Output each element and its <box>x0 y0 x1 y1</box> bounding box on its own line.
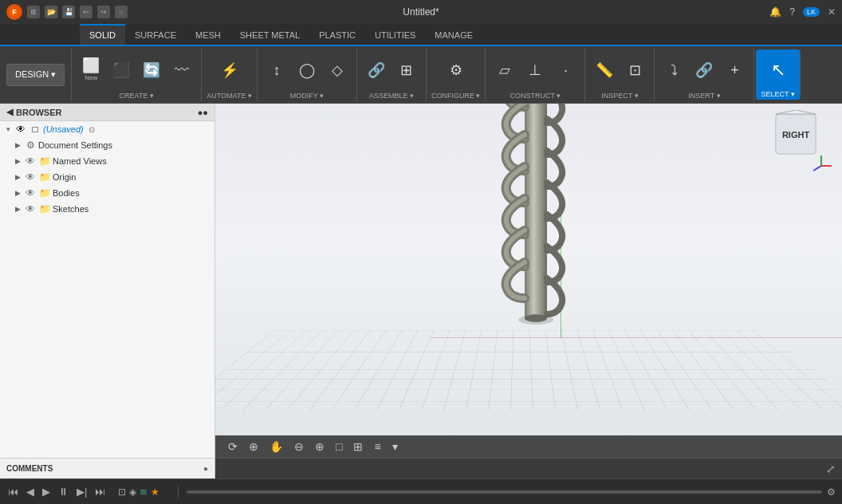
home-nav-icon[interactable]: ⌂ <box>115 6 128 18</box>
tab-surface[interactable]: SURFACE <box>125 24 186 45</box>
timeline-icon-4[interactable]: ★ <box>151 486 159 498</box>
redo-icon[interactable]: ↪ <box>97 6 110 18</box>
timeline-end-btn[interactable]: ⏭ <box>93 484 107 499</box>
orbit-btn[interactable]: ⟳ <box>225 439 241 455</box>
tab-sheet-metal[interactable]: SHEET METAL <box>230 24 309 45</box>
browser-label: BROWSER <box>16 108 61 117</box>
configure-label[interactable]: CONFIGURE ▾ <box>431 90 481 100</box>
named-views-expand[interactable]: ▶ <box>13 156 22 166</box>
timeline-track[interactable] <box>187 490 822 494</box>
design-dropdown[interactable]: DESIGN ▾ <box>6 64 65 86</box>
root-visibility-icon[interactable]: 👁 <box>14 123 27 136</box>
grid-lines <box>215 330 842 410</box>
timeline-next-btn[interactable]: ▶| <box>75 484 89 499</box>
view-cube[interactable]: RIGHT <box>772 110 836 174</box>
viewport-3d[interactable]: RIGHT ⟳ ⊕ ✋ ⊖ ⊕ □ ⊞ ≡ ▾ <box>215 104 842 458</box>
tab-plastic[interactable]: PLASTIC <box>309 24 365 45</box>
modify-label[interactable]: MODIFY ▾ <box>290 90 324 100</box>
app-logo: F <box>6 4 22 20</box>
help-icon[interactable]: ? <box>789 6 795 18</box>
plane-btn[interactable]: ▱ <box>490 61 519 80</box>
comments-panel: COMMENTS ● <box>0 458 215 478</box>
timeline-play-btn[interactable]: ▶ <box>41 484 52 499</box>
construct-label[interactable]: CONSTRUCT ▾ <box>510 90 561 100</box>
timeline-stop-btn[interactable]: ⏸ <box>57 484 70 499</box>
measure-btn[interactable]: 📏 <box>590 61 619 80</box>
tab-mesh[interactable]: MESH <box>186 24 230 45</box>
insert-canvas-btn[interactable]: + <box>720 61 749 80</box>
tab-manage[interactable]: MANAGE <box>425 24 482 45</box>
undo-icon[interactable]: ↩ <box>80 6 92 18</box>
tree-item-sketches[interactable]: ▶ 👁 📁 Sketches <box>0 201 214 217</box>
timeline-icon-2[interactable]: ◈ <box>129 486 136 498</box>
open-file-icon[interactable]: 📂 <box>45 6 57 18</box>
timeline-icon-3[interactable]: ≋ <box>140 486 148 498</box>
tree-item-bodies[interactable]: ▶ 👁 📁 Bodies <box>0 185 214 201</box>
zoom-out-btn[interactable]: ⊖ <box>291 439 307 455</box>
fillet-btn[interactable]: ◯ <box>293 61 321 80</box>
group-assemble: 🔗 ⊞ ASSEMBLE ▾ <box>357 48 427 101</box>
joint-icon: 🔗 <box>368 63 385 77</box>
select-label[interactable]: SELECT ▾ <box>761 89 794 98</box>
main-area: ◀ BROWSER ●● ▾ 👁 □ (Unsaved) ⊙ ▶ ⚙ Docum… <box>0 104 842 458</box>
insert-label[interactable]: INSERT ▾ <box>688 90 720 100</box>
options-icon[interactable]: ⊙ <box>89 125 95 134</box>
origin-expand[interactable]: ▶ <box>13 172 22 182</box>
create-tools: ⬜ New ⬛ 🔄 〰 <box>77 49 196 90</box>
section-btn[interactable]: ⊡ <box>620 61 649 80</box>
timeline-icons-left: ⊡ ◈ ≋ ★ <box>115 486 179 498</box>
create-label[interactable]: CREATE ▾ <box>120 90 154 100</box>
rigid-group-btn[interactable]: ⊞ <box>392 61 421 80</box>
section-icon: ⊡ <box>629 63 641 77</box>
expand-icon[interactable]: ⤢ <box>826 463 836 475</box>
tree-item-origin[interactable]: ▶ 👁 📁 Origin <box>0 169 214 185</box>
new-component-btn[interactable]: ⬜ New <box>77 56 105 84</box>
root-expand-icon[interactable]: ▾ <box>3 124 13 134</box>
inspect-label[interactable]: INSPECT ▾ <box>601 90 638 100</box>
doc-settings-expand[interactable]: ▶ <box>13 140 22 150</box>
notification-icon[interactable]: 🔔 <box>769 6 781 18</box>
insert-derive-icon: ⤵ <box>671 63 678 77</box>
tree-root-item[interactable]: ▾ 👁 □ (Unsaved) ⊙ <box>0 121 214 137</box>
assemble-label[interactable]: ASSEMBLE ▾ <box>369 90 414 100</box>
insert-link-btn[interactable]: 🔗 <box>690 61 718 80</box>
pan-btn[interactable]: ✋ <box>266 439 286 455</box>
tab-utilities[interactable]: UTILITIES <box>365 24 425 45</box>
tree-item-named-views[interactable]: ▶ 👁 📁 Named Views <box>0 153 214 169</box>
zoom-in-btn[interactable]: ⊕ <box>312 439 328 455</box>
sweep-btn[interactable]: 〰 <box>167 61 196 80</box>
timeline-prev-btn[interactable]: ◀ <box>25 484 36 499</box>
automate-btn[interactable]: ⚡ <box>215 61 244 80</box>
display-btn[interactable]: ≡ <box>371 439 384 455</box>
axis-btn[interactable]: ⊥ <box>521 61 549 80</box>
collapse-sidebar-btn[interactable]: ◀ <box>6 107 13 117</box>
insert-derive-btn[interactable]: ⤵ <box>659 61 688 80</box>
comments-close-icon[interactable]: ● <box>203 464 208 473</box>
view-grid-btn[interactable]: ⊞ <box>350 439 366 455</box>
automate-label[interactable]: AUTOMATE ▾ <box>207 90 252 100</box>
timeline-icon-1[interactable]: ⊡ <box>118 486 126 498</box>
look-at-btn[interactable]: ⊕ <box>246 439 262 455</box>
sketches-expand[interactable]: ▶ <box>13 204 22 214</box>
configure-btn[interactable]: ⚙ <box>442 61 470 80</box>
sidebar-browser: ◀ BROWSER ●● ▾ 👁 □ (Unsaved) ⊙ ▶ ⚙ Docum… <box>0 104 215 458</box>
timeline-start-btn[interactable]: ⏮ <box>6 484 20 499</box>
select-btn[interactable]: ↖ <box>764 59 793 81</box>
zoom-fit-btn[interactable]: □ <box>332 439 345 455</box>
press-pull-btn[interactable]: ↕ <box>262 61 291 80</box>
sidebar-options-icon[interactable]: ●● <box>198 108 208 117</box>
new-file-icon[interactable]: 🗎 <box>27 6 40 18</box>
joint-btn[interactable]: 🔗 <box>362 61 391 80</box>
save-icon[interactable]: 💾 <box>62 6 75 18</box>
tab-solid[interactable]: SOLID <box>80 24 125 45</box>
bodies-expand[interactable]: ▶ <box>13 188 22 198</box>
close-btn[interactable]: ✕ <box>828 6 836 18</box>
tree-item-doc-settings[interactable]: ▶ ⚙ Document Settings <box>0 137 214 153</box>
settings-icon[interactable]: ⚙ <box>827 486 836 498</box>
more-display-btn[interactable]: ▾ <box>389 439 401 455</box>
point-btn[interactable]: · <box>551 61 580 80</box>
extrude-btn[interactable]: ⬛ <box>107 61 136 80</box>
configure-tools: ⚙ <box>442 49 470 90</box>
revolve-btn[interactable]: 🔄 <box>137 61 166 80</box>
chamfer-btn[interactable]: ◇ <box>323 61 352 80</box>
